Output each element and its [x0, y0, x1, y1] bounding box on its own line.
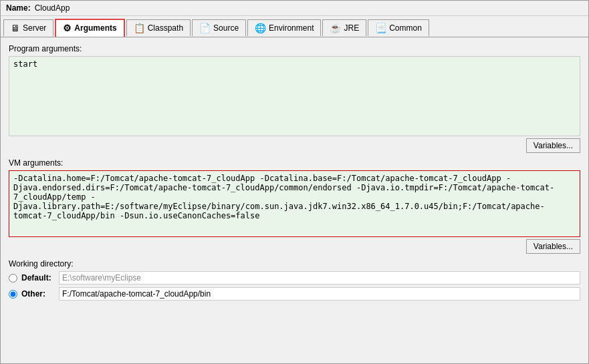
tab-classpath[interactable]: 📋 Classpath	[126, 19, 191, 36]
default-radio-row: Default:	[9, 271, 580, 285]
vm-variables-button[interactable]: Variables...	[526, 239, 580, 254]
default-radio[interactable]	[9, 274, 17, 283]
other-radio[interactable]	[9, 290, 17, 299]
vm-args-section: VM arguments:	[9, 158, 580, 239]
tab-environment[interactable]: 🌐 Environment	[247, 19, 321, 36]
server-icon: 🖥	[11, 23, 20, 33]
tab-source-label: Source	[213, 23, 239, 33]
working-dir-section: Working directory: Default: Other:	[9, 259, 580, 301]
program-args-input[interactable]	[9, 56, 580, 136]
tab-environment-label: Environment	[269, 23, 314, 33]
default-label: Default:	[21, 273, 55, 283]
program-args-label: Program arguments:	[9, 44, 580, 53]
tab-content: Program arguments: Variables... VM argum…	[1, 37, 588, 363]
program-args-section: Program arguments:	[9, 44, 580, 138]
other-dir-input[interactable]	[59, 287, 580, 301]
tab-bar: 🖥 Server ⚙ Arguments 📋 Classpath 📄 Sourc…	[1, 16, 588, 37]
vm-args-input[interactable]	[9, 170, 580, 237]
environment-icon: 🌐	[255, 23, 266, 33]
tab-server-label: Server	[23, 23, 46, 33]
other-label: Other:	[21, 289, 55, 299]
classpath-icon: 📋	[134, 23, 145, 33]
jre-icon: ☕	[330, 23, 341, 33]
program-variables-row: Variables...	[9, 138, 580, 153]
tab-jre-label: JRE	[344, 23, 359, 33]
source-icon: 📄	[199, 23, 211, 33]
tab-server[interactable]: 🖥 Server	[3, 19, 53, 36]
common-icon: 📃	[375, 23, 386, 33]
main-dialog: Name: CloudApp 🖥 Server ⚙ Arguments 📋 Cl…	[0, 0, 589, 364]
vm-args-label: VM arguments:	[9, 158, 580, 168]
name-value: CloudApp	[35, 3, 70, 13]
tab-jre[interactable]: ☕ JRE	[322, 19, 366, 36]
name-label: Name:	[6, 3, 31, 13]
other-radio-row: Other:	[9, 287, 580, 301]
tab-common-label: Common	[389, 23, 422, 33]
tab-arguments[interactable]: ⚙ Arguments	[55, 19, 124, 37]
tab-arguments-label: Arguments	[74, 23, 116, 33]
default-dir-input[interactable]	[59, 271, 580, 285]
working-dir-label: Working directory:	[9, 259, 580, 268]
tab-classpath-label: Classpath	[148, 23, 183, 33]
tab-source[interactable]: 📄 Source	[192, 19, 246, 36]
title-bar: Name: CloudApp	[1, 1, 588, 16]
vm-variables-row: Variables...	[9, 239, 580, 254]
program-variables-button[interactable]: Variables...	[526, 138, 580, 153]
arguments-icon: ⚙	[63, 23, 72, 33]
tab-common[interactable]: 📃 Common	[368, 19, 429, 36]
